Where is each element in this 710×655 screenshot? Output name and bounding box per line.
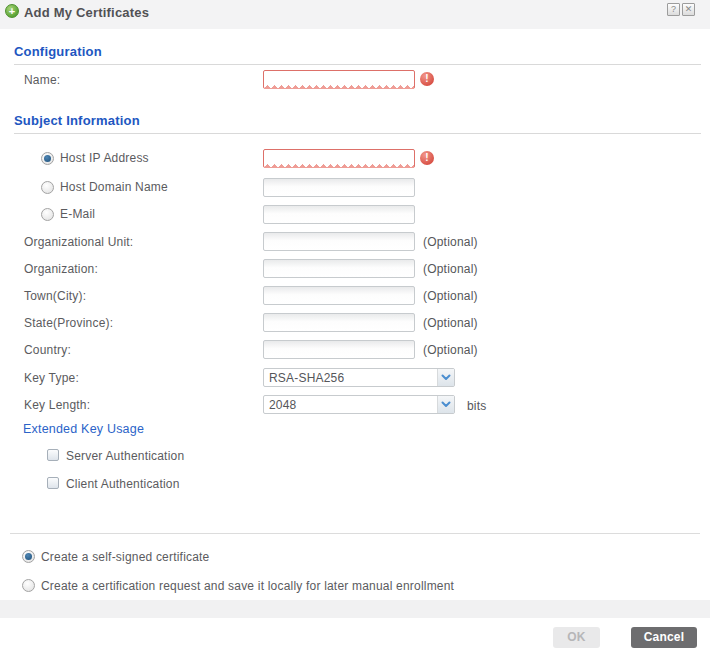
email-label: E-Mail — [60, 207, 95, 221]
dialog-titlebar: + Add My Certificates ? ✕ — [0, 0, 710, 29]
town-input[interactable] — [263, 286, 415, 305]
server-auth-label: Server Authentication — [66, 449, 184, 463]
org-unit-label: Organizational Unit: — [24, 235, 133, 249]
optional-note: (Optional) — [423, 289, 478, 303]
town-row: Town(City): (Optional) — [0, 286, 710, 306]
name-error-icon: ! — [420, 72, 434, 86]
org-unit-row: Organizational Unit: (Optional) — [0, 232, 710, 252]
host-ip-input[interactable] — [263, 149, 415, 168]
key-length-select[interactable]: 2048 — [263, 395, 455, 414]
key-length-value: 2048 — [269, 398, 297, 412]
key-type-row: Key Type: RSA-SHA256 — [0, 368, 710, 388]
section-subject-information: Subject Information — [14, 113, 701, 134]
host-domain-input[interactable] — [263, 178, 415, 197]
help-icon[interactable]: ? — [667, 3, 680, 16]
cert-request-row: Create a certification request and save … — [0, 577, 710, 597]
optional-note: (Optional) — [423, 316, 478, 330]
optional-note: (Optional) — [423, 235, 478, 249]
email-input[interactable] — [263, 205, 415, 224]
host-ip-label: Host IP Address — [60, 151, 149, 165]
email-row: E-Mail — [0, 205, 710, 225]
server-auth-checkbox[interactable] — [47, 449, 59, 461]
key-type-value: RSA-SHA256 — [269, 371, 344, 385]
organization-label: Organization: — [24, 262, 98, 276]
dialog-title: Add My Certificates — [24, 5, 149, 20]
host-domain-row: Host Domain Name — [0, 178, 710, 198]
key-type-label: Key Type: — [24, 371, 79, 385]
email-radio[interactable] — [41, 208, 54, 221]
cancel-button[interactable]: Cancel — [631, 627, 697, 648]
add-plus-icon: + — [5, 4, 19, 18]
cert-request-label: Create a certification request and save … — [41, 579, 454, 593]
bits-unit-label: bits — [467, 399, 486, 413]
footer-strip — [0, 600, 710, 618]
chevron-down-icon — [437, 396, 454, 413]
name-row: Name: ! — [0, 70, 710, 90]
self-signed-label: Create a self-signed certificate — [41, 550, 209, 564]
country-row: Country: (Optional) — [0, 340, 710, 360]
town-label: Town(City): — [24, 289, 86, 303]
key-length-label: Key Length: — [24, 398, 90, 412]
country-input[interactable] — [263, 340, 415, 359]
cert-request-radio[interactable] — [22, 579, 35, 592]
key-type-select[interactable]: RSA-SHA256 — [263, 368, 455, 387]
client-auth-row: Client Authentication — [0, 475, 710, 495]
country-label: Country: — [24, 343, 71, 357]
host-ip-radio[interactable] — [41, 152, 54, 165]
optional-note: (Optional) — [423, 262, 478, 276]
host-domain-label: Host Domain Name — [60, 180, 168, 194]
section-configuration: Configuration — [14, 44, 701, 65]
extended-key-usage-row: Extended Key Usage — [0, 420, 710, 440]
host-ip-error-icon: ! — [420, 151, 434, 165]
key-length-row: Key Length: 2048 bits — [0, 395, 710, 415]
server-auth-row: Server Authentication — [0, 447, 710, 467]
ok-button[interactable]: OK — [553, 627, 600, 648]
chevron-down-icon — [437, 369, 454, 386]
state-label: State(Province): — [24, 316, 113, 330]
self-signed-radio[interactable] — [22, 550, 35, 563]
host-ip-row: Host IP Address ! — [0, 149, 710, 169]
client-auth-label: Client Authentication — [66, 477, 180, 491]
self-signed-row: Create a self-signed certificate — [0, 548, 710, 568]
state-row: State(Province): (Optional) — [0, 313, 710, 333]
optional-note: (Optional) — [423, 343, 478, 357]
close-icon[interactable]: ✕ — [682, 3, 695, 16]
name-label: Name: — [24, 73, 60, 87]
client-auth-checkbox[interactable] — [47, 477, 59, 489]
org-unit-input[interactable] — [263, 232, 415, 251]
organization-input[interactable] — [263, 259, 415, 278]
extended-key-usage-heading: Extended Key Usage — [23, 422, 144, 436]
state-input[interactable] — [263, 313, 415, 332]
section-divider — [10, 533, 700, 534]
host-domain-radio[interactable] — [41, 181, 54, 194]
name-input[interactable] — [263, 70, 415, 89]
organization-row: Organization: (Optional) — [0, 259, 710, 279]
